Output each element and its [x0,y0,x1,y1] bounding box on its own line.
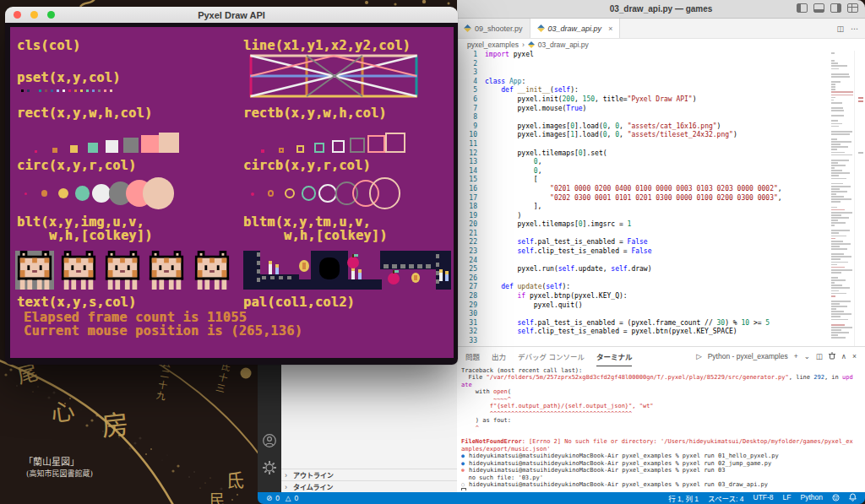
code-line[interactable]: 33 [457,337,831,346]
toggle-sidebar-icon[interactable] [797,3,808,13]
code-line[interactable]: 23 self.clip_test_is_enabled = False [457,247,831,257]
account-icon[interactable] [262,433,277,452]
code-line[interactable]: 6 pyxel.init(200, 150, title="Pyxel Draw… [457,95,831,105]
code-line[interactable]: 14 0, [457,167,831,176]
terminal-line[interactable] [461,488,860,490]
breadcrumb-folder[interactable]: pyxel_examples [467,41,519,49]
statusbar-item[interactable]: LF [783,493,792,503]
zoom-button[interactable] [47,11,55,19]
statusbar-item[interactable]: 行 1, 列 1 [668,493,699,503]
code-line[interactable]: 8 [457,113,831,122]
code-line[interactable]: 9 pyxel.images[0].load(0, 0, "assets/cat… [457,122,831,132]
code-line[interactable]: 27 def update(self): [457,283,831,292]
code-line[interactable]: 11 [457,140,831,149]
code-line[interactable]: 16 "0201 0000 0200 0400 0100 0000 0003 0… [457,185,831,194]
code-line[interactable]: 29 pyxel.quit() [457,301,831,311]
code-line[interactable]: 2 [457,60,831,69]
code-line[interactable]: 32 self.clip_test_is_enabled = pyxel.btn… [457,328,831,337]
pset-pixel [39,89,41,92]
terminal-line[interactable]: ●hideyukimatsui@matsuihideyukinoMacBook-… [461,453,860,459]
tab-03-draw-api[interactable]: 03_draw_api.py × [530,19,621,38]
maximize-panel-icon[interactable]: ∧ [841,352,846,360]
split-editor-icon[interactable]: ◫ [836,24,844,33]
terminal-line[interactable]: ^^^^^^^^^^^^^^^^^^^^^^^^^^^^^^^^^^^^^^^^ [461,410,860,417]
panel-tab[interactable]: ターミナル [596,347,633,366]
terminal-line[interactable]: f"{self.output_path}/{self.output_json}"… [461,403,860,409]
code-line[interactable]: 18 ], [457,203,831,212]
statusbar-item[interactable]: Python [801,493,823,503]
minimap-bar [831,246,840,247]
code-line[interactable]: 1import pyxel [457,51,831,60]
panel-tab[interactable]: 出力 [492,347,506,366]
terminal-line[interactable]: amples/export/music.json' [461,446,860,453]
minimize-button[interactable] [30,11,38,19]
code-line[interactable]: 20 pyxel.tilemaps[0].imgsrc = 1 [457,220,831,230]
new-terminal-icon[interactable]: + [794,352,798,360]
minimap[interactable] [831,52,855,344]
shell-icon[interactable]: ▷ [696,352,702,360]
toggle-secondary-sidebar-icon[interactable] [830,3,841,13]
code-line[interactable]: 10 pyxel.images[1].load(0, 0, "assets/ti… [457,131,831,140]
panel-tab[interactable]: デバッグ コンソール [518,347,585,366]
code-line[interactable]: 4class App: [457,78,831,87]
toggle-panel-icon[interactable] [813,3,824,13]
code-line[interactable]: 22 self.pal_test_is_enabled = False [457,238,831,247]
code-line[interactable]: 17 "0202 0300 0001 0101 0201 0300 0000 0… [457,194,831,203]
terminal-line[interactable]: no such file: '03.py' [461,474,860,481]
terminal-line[interactable]: ⊗hideyukimatsui@matsuihideyukinoMacBook-… [461,467,860,474]
code-line[interactable]: 13 0, [457,158,831,167]
pyxel-window[interactable]: Pyxel Draw API cls(col) pset(x,y,col) re… [5,7,458,365]
split-terminal-icon[interactable]: ◫ [816,352,823,360]
terminal-line[interactable]: ○hideyukimatsui@matsuihideyukinoMacBook-… [461,481,860,488]
terminal-line[interactable]: with open( [461,388,860,395]
code-line[interactable]: 30 [457,310,831,319]
close-tab-icon[interactable]: × [608,24,612,33]
pyxel-canvas[interactable]: cls(col) pset(x,y,col) rect(x,y,w,h,col)… [10,27,454,358]
close-button[interactable] [14,11,21,19]
code-line[interactable]: 12 pyxel.tilemaps[0].set( [457,149,831,159]
code-line[interactable]: 24 [457,257,831,266]
problems-indicator[interactable]: ⊘ 0 △ 0 [266,494,298,502]
terminal-dropdown-icon[interactable]: ⌄ [804,352,810,360]
notifications-bell-icon[interactable] [849,493,857,503]
code-line[interactable]: 31 self.pal_test_is_enabled = (pyxel.fra… [457,319,831,328]
code-line[interactable]: 3 [457,68,831,78]
terminal-line[interactable] [461,431,860,438]
trash-icon[interactable] [829,352,835,361]
terminal-line[interactable]: FileNotFoundError: [Errno 2] No such fil… [461,438,860,445]
terminal-line[interactable]: Traceback (most recent call last): [461,367,860,374]
tab-09-shooter[interactable]: 09_shooter.py [457,19,530,38]
code-line[interactable]: 28 if pyxel.btnp(pyxel.KEY_Q): [457,292,831,301]
code-line[interactable]: 19 ) [457,212,831,221]
code-editor[interactable]: 1import pyxel234class App:5 def __init__… [457,51,865,346]
code-line[interactable]: 15 [ [457,176,831,185]
terminal-line[interactable]: ) as fout: [461,417,860,424]
feedback-smiley-icon[interactable] [832,494,840,503]
shell-label[interactable]: Python - pyxel_examples [708,352,788,360]
statusbar-item[interactable]: UTF-8 [753,493,774,503]
code-line[interactable]: 7 pyxel.mouse(True) [457,105,831,114]
breadcrumb-file[interactable]: 03_draw_api.py [538,41,589,49]
code-line[interactable]: 21 [457,230,831,239]
terminal-line[interactable]: ate [461,382,860,388]
terminal-line[interactable]: File "/var/folders/5m/257zprx52xg8d3cfd2… [461,374,860,381]
code-lines[interactable]: 1import pyxel234class App:5 def __init__… [457,51,831,346]
statusbar-item[interactable]: スペース: 4 [708,493,743,503]
sidebar-section-timeline[interactable]: › タイムライン [281,480,457,492]
pyxel-titlebar[interactable]: Pyxel Draw API [5,7,458,24]
terminal-output[interactable]: Traceback (most recent call last): File … [461,367,860,490]
overview-ruler[interactable] [854,51,865,346]
panel-tab[interactable]: 問題 [465,347,480,366]
terminal-line[interactable]: ~~~~^ [461,396,860,403]
sidebar-section-outline[interactable]: › アウトライン [281,469,457,480]
code-line[interactable]: 25 pyxel.run(self.update, self.draw) [457,265,831,274]
close-panel-icon[interactable]: × [852,352,857,360]
settings-gear-icon[interactable] [262,460,277,479]
terminal-line[interactable]: ^ [461,425,860,431]
code-line[interactable]: 26 [457,274,831,284]
vscode-titlebar[interactable]: 03_draw_api.py — games [457,0,865,19]
customize-layout-icon[interactable] [847,3,858,13]
more-actions-icon[interactable]: ⋯ [851,24,858,33]
code-line[interactable]: 5 def __init__(self): [457,86,831,95]
terminal-line[interactable]: ●hideyukimatsui@matsuihideyukinoMacBook-… [461,460,860,467]
